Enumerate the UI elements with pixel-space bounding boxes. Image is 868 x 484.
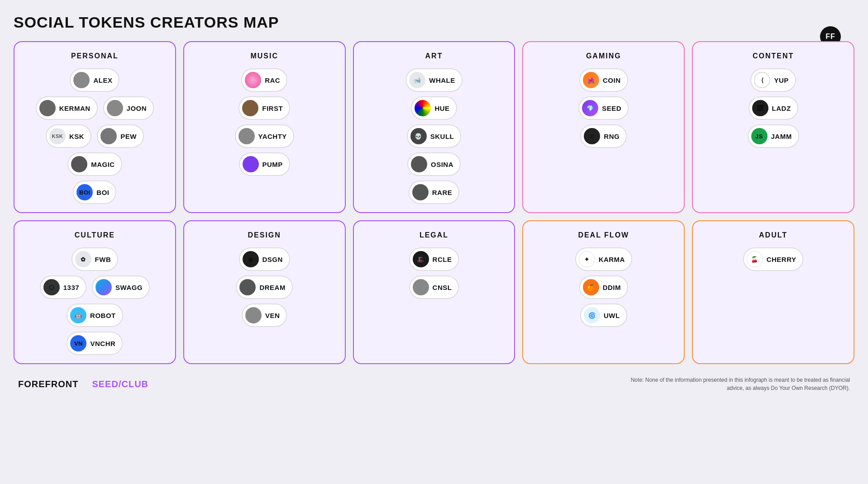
token-pill-cnsl: CNSL — [409, 275, 459, 299]
token-label-rac: RAC — [265, 76, 280, 84]
token-row: #RNG — [580, 124, 627, 148]
card-title-personal: PERSONAL — [71, 52, 119, 60]
icon-osina — [411, 156, 427, 172]
token-pill-alex: ALEX — [70, 68, 119, 92]
page-wrapper: SOCIAL TOKENS CREATORS MAP FF PERSONALAL… — [0, 0, 868, 401]
icon-dream — [239, 279, 256, 295]
token-label-uwl: UWL — [604, 312, 620, 319]
token-pill-jamm: JSJAMM — [748, 124, 799, 148]
token-pill-yup: ⟨YUP — [750, 68, 796, 92]
tokens-area-music: RACFIRSTYACHTYPUMP — [192, 68, 337, 176]
token-label-1337: 1337 — [63, 284, 79, 291]
card-content: CONTENT⟨YUP🅻LADZJSJAMM — [692, 41, 854, 213]
token-pill-robot: 🤖ROBOT — [67, 304, 123, 327]
icon-pump — [243, 156, 259, 172]
token-pill-ladz: 🅻LADZ — [749, 96, 798, 120]
token-label-boi: BOI — [96, 189, 109, 196]
icon-swagg — [95, 279, 112, 295]
token-label-skull: SKULL — [430, 133, 454, 140]
token-pill-cherry: 🍒CHERRY — [743, 247, 804, 271]
tokens-area-culture: ✿FWB⬡1337SWAGG🤖ROBOTVNVNCHR — [23, 247, 167, 355]
token-pill-ddim: 🍊DDIM — [579, 275, 628, 299]
icon-rng: # — [584, 128, 600, 144]
card-title-content: CONTENT — [753, 52, 794, 60]
token-row: VEN — [242, 304, 287, 327]
token-label-seed: SEED — [602, 104, 621, 112]
token-pill-fwb: ✿FWB — [72, 247, 119, 271]
card-culture: CULTURE✿FWB⬡1337SWAGG🤖ROBOTVNVNCHR — [14, 220, 176, 364]
bottom-grid: CULTURE✿FWB⬡1337SWAGG🤖ROBOTVNVNCHRDESIGN… — [14, 220, 854, 364]
icon-uwl: 🌀 — [584, 307, 600, 323]
token-label-yup: YUP — [774, 76, 788, 84]
token-row: ⬡1337SWAGG — [40, 275, 150, 299]
icon-1337: ⬡ — [43, 279, 60, 295]
tokens-area-gaming: 🌺COIN💎SEED#RNG — [531, 68, 676, 148]
token-row: FIRST — [238, 96, 290, 120]
token-label-yachty: YACHTY — [258, 133, 287, 140]
icon-boi: BOI — [76, 184, 93, 200]
token-row: 🌺COIN — [579, 68, 628, 92]
icon-cherry: 🍒 — [747, 251, 763, 267]
token-row: 🍊DDIM — [579, 275, 628, 299]
icon-robot: 🤖 — [70, 307, 86, 323]
token-pill-pump: PUMP — [239, 152, 290, 176]
page-title: SOCIAL TOKENS CREATORS MAP — [14, 14, 854, 31]
token-pill-seed: 💎SEED — [578, 96, 629, 120]
token-row: RARE — [409, 180, 460, 204]
token-label-pew: PEW — [120, 133, 137, 140]
token-row: 🤖ROBOT — [67, 304, 123, 327]
icon-jamm: JS — [751, 128, 768, 144]
token-pill-osina: OSINA — [407, 152, 461, 176]
tokens-area-personal: ALEXKERMANJOONKSKKSKPEWMAGICBOIBOI — [23, 68, 167, 204]
token-label-rcle: RCLE — [433, 256, 452, 263]
token-label-ven: VEN — [265, 312, 280, 319]
footer: FOREFRONT SEED/CLUB Note: None of the in… — [14, 371, 854, 392]
token-label-rare: RARE — [432, 189, 453, 196]
token-label-fwb: FWB — [95, 256, 111, 263]
card-title-art: ART — [425, 52, 443, 60]
token-row: KSKKSKPEW — [46, 124, 144, 148]
token-row: ALEX — [70, 68, 119, 92]
token-label-whale: WHALE — [429, 76, 455, 84]
token-label-ksk: KSK — [69, 133, 84, 140]
icon-yachty — [238, 128, 255, 144]
token-row: HUE — [411, 96, 457, 120]
icon-dsgn: ◉ — [243, 251, 259, 267]
forefront-logo: FOREFRONT — [18, 379, 78, 389]
token-row: BOIBOI — [73, 180, 116, 204]
token-pill-boi: BOIBOI — [73, 180, 116, 204]
token-row: VNVNCHR — [67, 332, 123, 355]
icon-ladz: 🅻 — [752, 100, 768, 116]
icon-yup: ⟨ — [754, 72, 770, 88]
token-row: ✦KARMA — [575, 247, 632, 271]
token-pill-ven: VEN — [242, 304, 287, 327]
tokens-area-adult: 🍒CHERRY — [701, 247, 845, 271]
token-row: 🎩RCLE — [409, 247, 459, 271]
token-label-first: FIRST — [262, 104, 283, 112]
icon-skull: 💀 — [410, 128, 427, 144]
token-row: 🐋WHALE — [405, 68, 463, 92]
icon-ddim: 🍊 — [583, 279, 599, 295]
tokens-area-art: 🐋WHALEHUE💀SKULLOSINARARE — [362, 68, 506, 204]
card-title-design: DESIGN — [248, 231, 281, 239]
card-adult: ADULT🍒CHERRY — [692, 220, 854, 364]
token-label-coin: COIN — [603, 76, 621, 84]
token-label-osina: OSINA — [431, 161, 453, 168]
token-label-kerman: KERMAN — [59, 104, 91, 112]
token-label-ddim: DDIM — [603, 284, 621, 291]
tokens-area-design: ◉DSGNDREAMVEN — [192, 247, 337, 327]
icon-alex — [73, 72, 90, 88]
card-title-dealflow: DEAL FLOW — [578, 231, 629, 239]
token-pill-yachty: YACHTY — [235, 124, 294, 148]
token-pill-dream: DREAM — [236, 275, 293, 299]
token-pill-ksk: KSKKSK — [46, 124, 91, 148]
tokens-area-dealflow: ✦KARMA🍊DDIM🌀UWL — [531, 247, 676, 327]
token-row: OSINA — [407, 152, 461, 176]
token-label-alex: ALEX — [93, 76, 112, 84]
card-gaming: GAMING🌺COIN💎SEED#RNG — [522, 41, 685, 213]
token-row: YACHTY — [235, 124, 294, 148]
token-label-ladz: LADZ — [772, 104, 791, 112]
token-pill-hue: HUE — [411, 96, 457, 120]
token-row: DREAM — [236, 275, 293, 299]
card-design: DESIGN◉DSGNDREAMVEN — [183, 220, 346, 364]
